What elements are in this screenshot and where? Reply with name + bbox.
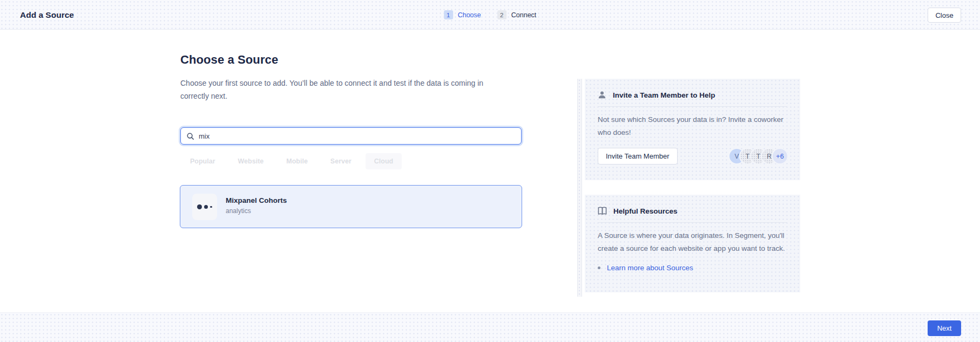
category-tabs: Popular Website Mobile Server Cloud: [181, 153, 402, 169]
scrollbar-track[interactable]: [577, 79, 582, 297]
source-card-mixpanel-cohorts[interactable]: Mixpanel Cohorts analytics: [180, 185, 522, 228]
tab-mobile[interactable]: Mobile: [278, 153, 316, 169]
resources-panel-title: Helpful Resources: [613, 207, 678, 215]
invite-row: Invite Team Member V T T R +6: [598, 148, 787, 165]
step-label: Choose: [458, 11, 481, 19]
main-content: Choose a Source Choose your first source…: [0, 30, 575, 312]
learn-more-sources-link[interactable]: Learn more about Sources: [607, 264, 693, 272]
avatar-overflow-badge[interactable]: +6: [773, 149, 787, 163]
close-button[interactable]: Close: [928, 8, 961, 23]
resource-link-item: Learn more about Sources: [598, 264, 787, 272]
open-book-icon: [598, 207, 607, 215]
divider: [598, 106, 787, 107]
step-label: Connect: [511, 11, 537, 19]
step-number-badge: 1: [444, 10, 453, 19]
bullet-icon: [598, 266, 600, 269]
person-icon: [598, 91, 606, 99]
bottom-bar: Next: [0, 312, 980, 342]
source-search-box[interactable]: [180, 127, 522, 145]
helpful-resources-panel: Helpful Resources A Source is where your…: [585, 195, 800, 292]
step-number-badge: 2: [497, 10, 506, 19]
invite-team-member-button[interactable]: Invite Team Member: [598, 148, 678, 165]
tab-popular[interactable]: Popular: [181, 153, 224, 169]
source-name: Mixpanel Cohorts: [226, 196, 287, 204]
search-icon: [186, 132, 194, 140]
wizard-steps: 1 Choose 2 Connect: [444, 0, 537, 30]
resources-panel-body: A Source is where your data originates. …: [598, 229, 787, 255]
tab-server[interactable]: Server: [322, 153, 360, 169]
invite-team-panel: Invite a Team Member to Help Not sure wh…: [585, 79, 800, 180]
source-category: analytics: [226, 207, 251, 215]
tab-cloud[interactable]: Cloud: [366, 153, 402, 169]
invite-panel-header: Invite a Team Member to Help: [598, 79, 787, 99]
top-bar: Add a Source 1 Choose 2 Connect Close: [0, 0, 980, 30]
next-button[interactable]: Next: [928, 320, 961, 336]
step-connect[interactable]: 2 Connect: [497, 10, 537, 19]
team-avatars: V T T R +6: [729, 149, 787, 163]
choose-source-description: Choose your first source to add. You’ll …: [180, 77, 502, 102]
invite-panel-title: Invite a Team Member to Help: [613, 91, 715, 99]
divider: [598, 222, 787, 223]
page-title: Add a Source: [20, 0, 74, 30]
search-input[interactable]: [199, 132, 516, 140]
step-choose[interactable]: 1 Choose: [444, 10, 481, 19]
invite-panel-body: Not sure which Sources your data is in? …: [598, 113, 787, 139]
choose-source-heading: Choose a Source: [180, 53, 278, 67]
resources-panel-header: Helpful Resources: [598, 195, 787, 215]
mixpanel-logo-icon: [192, 194, 217, 220]
tab-website[interactable]: Website: [229, 153, 273, 169]
